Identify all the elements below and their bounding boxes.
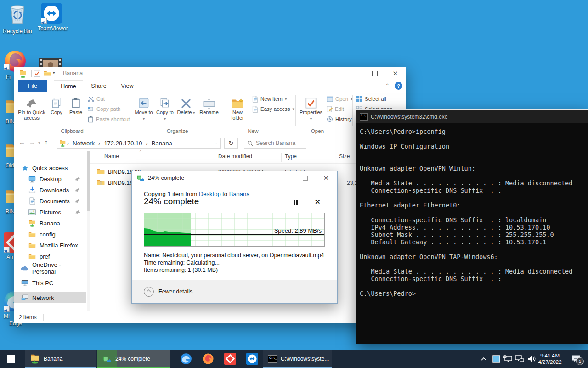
search-icon — [247, 140, 253, 146]
tab-view[interactable]: View — [115, 80, 139, 92]
tray-network-icon[interactable] — [514, 350, 526, 368]
name-line: Name: Nextcloud, your personal cloud ser… — [144, 252, 324, 259]
hidden-icons-chevron[interactable] — [479, 350, 489, 368]
help-icon[interactable]: ? — [395, 82, 402, 90]
open-button[interactable]: Open — [327, 94, 353, 104]
documents-icon — [28, 197, 36, 205]
tab-file[interactable]: File — [18, 80, 47, 92]
edit-button[interactable]: Edit — [327, 104, 344, 114]
maximize-button[interactable] — [364, 67, 385, 80]
new-folder-button[interactable]: New folder — [226, 94, 249, 121]
scrollbar-thumb[interactable] — [87, 151, 90, 211]
sidebar-item-pref[interactable]: pref — [14, 251, 86, 262]
sidebar-item-mozilla-firefox[interactable]: Mozilla Firefox — [14, 240, 86, 251]
destination-link[interactable]: Banana — [229, 190, 250, 197]
paste-shortcut-button[interactable]: Paste shortcut — [88, 115, 130, 124]
refresh-button[interactable]: ↻ — [224, 138, 238, 149]
sidebar-item-documents[interactable]: Documents — [14, 196, 86, 207]
sidebar-item-config[interactable]: config — [14, 229, 86, 240]
pin-to-quick-access-button[interactable]: Pin to Quick access — [17, 94, 46, 121]
taskbar-button-anydesk[interactable] — [219, 350, 241, 368]
search-box[interactable]: Search Banana — [244, 138, 306, 149]
column-name[interactable]: Name — [104, 153, 119, 160]
new-item-button[interactable]: New item — [252, 94, 287, 104]
copy-path-button[interactable]: Copy path — [88, 104, 120, 114]
breadcrumb-banana[interactable]: Banana — [149, 140, 175, 147]
tray-volume-icon[interactable] — [526, 350, 537, 368]
desktop-icon-recycle-bin[interactable]: Recycle Bin — [3, 3, 32, 34]
sidebar-item-downloads[interactable]: Downloads — [14, 184, 86, 196]
delete-button[interactable]: Delete — [176, 94, 196, 115]
taskbar-button-teamviewer[interactable] — [241, 350, 263, 368]
address-dropdown-icon[interactable]: ⌄ — [214, 141, 218, 145]
sidebar-item-quick-access[interactable]: Quick access — [14, 162, 86, 173]
sidebar-scrollbar[interactable] — [87, 151, 90, 311]
ribbon-collapse-icon[interactable]: ⌃ — [385, 83, 389, 88]
address-breadcrumb[interactable]: › Network › 172.29.170.10 › Banana ⌄ — [57, 138, 221, 149]
column-type[interactable]: Type — [285, 153, 297, 160]
minimize-button[interactable] — [344, 67, 364, 80]
tab-share[interactable]: Share — [86, 80, 112, 92]
cmd-icon — [360, 113, 368, 121]
taskbar-button-banana[interactable]: Banana — [25, 350, 96, 368]
tray-clock[interactable]: 9:41 AM 4/27/2022 — [537, 350, 563, 368]
action-center-button[interactable]: 1 — [568, 350, 584, 368]
fewer-details-label[interactable]: Fewer details — [158, 288, 192, 295]
cmd-icon: C:\_ — [268, 355, 277, 363]
desktop-icon-teamviewer[interactable]: TeamViewer — [38, 3, 65, 32]
cut-button[interactable]: Cut — [88, 94, 105, 104]
column-separator[interactable] — [336, 153, 336, 162]
sidebar-item-desktop[interactable]: Desktop — [14, 173, 86, 184]
fewer-details-chevron-icon[interactable] — [144, 287, 154, 297]
up-icon[interactable]: ↑ — [45, 138, 48, 146]
quick-access-star-icon — [21, 165, 29, 172]
dialog-title: 24% complete — [148, 175, 184, 181]
cmd-console[interactable]: C:\Users\Pedro>ipconfig Windows IP Confi… — [356, 123, 588, 344]
taskbar-button-firefox[interactable] — [197, 350, 219, 368]
taskbar-button-cmd[interactable]: C:\_ C:\Windows\syste... — [263, 350, 332, 368]
select-all-button[interactable]: Select all — [356, 94, 386, 104]
paste-button[interactable]: Paste — [67, 94, 85, 115]
taskbar-button-copy-progress[interactable]: 24% complete — [97, 350, 170, 368]
close-button[interactable]: ✕ — [316, 171, 336, 185]
sidebar-item-pictures[interactable]: Pictures — [14, 207, 86, 218]
breadcrumb-network[interactable]: Network — [70, 140, 97, 147]
copy-to-button[interactable]: Copy to — [155, 94, 175, 121]
sidebar-item-banana[interactable]: Banana — [14, 218, 86, 229]
close-button[interactable]: ✕ — [385, 67, 406, 80]
maximize-button[interactable] — [295, 171, 316, 185]
breadcrumb-ip[interactable]: 172.29.170.10 — [101, 140, 145, 147]
sidebar-item-onedrive[interactable]: OneDrive - Personal — [14, 263, 86, 274]
move-to-button[interactable]: Move to — [134, 94, 154, 121]
history-button[interactable]: History — [327, 115, 352, 124]
recent-locations-icon[interactable]: ▾ — [38, 140, 40, 145]
pause-button[interactable] — [294, 200, 298, 205]
qat-properties-icon[interactable] — [34, 70, 40, 79]
easy-access-button[interactable]: Easy access — [252, 104, 294, 114]
cancel-button[interactable]: ✕ — [315, 198, 321, 206]
taskbar-button-edge[interactable] — [175, 350, 197, 368]
rename-button[interactable]: Rename — [197, 94, 221, 115]
qat-separator — [31, 70, 32, 77]
tray-monitor-lock-icon[interactable] — [502, 350, 514, 368]
source-link[interactable]: Desktop — [199, 190, 221, 197]
sidebar-item-network[interactable]: Network — [14, 292, 86, 303]
network-folder-icon — [28, 219, 36, 227]
back-icon[interactable]: ← — [19, 138, 25, 146]
tab-home[interactable]: Home — [54, 80, 83, 92]
forward-icon[interactable]: → — [29, 138, 35, 146]
easy-access-icon — [252, 106, 258, 113]
sidebar-item-this-pc[interactable]: This PC — [14, 277, 86, 288]
tray-app-window-icon[interactable] — [491, 350, 502, 368]
column-size[interactable]: Size — [339, 153, 350, 160]
column-separator[interactable] — [281, 153, 282, 162]
properties-button[interactable]: Properties — [298, 94, 324, 121]
column-separator[interactable] — [215, 153, 215, 162]
qat-new-folder-icon[interactable] — [44, 70, 51, 78]
start-button[interactable] — [0, 350, 22, 368]
copy-button[interactable]: Copy — [47, 94, 66, 115]
breadcrumb-chevron: › — [66, 140, 70, 147]
column-date-modified[interactable]: Date modified — [218, 153, 252, 160]
minimize-button[interactable] — [274, 171, 295, 185]
qat-customize-icon[interactable]: ▾ — [53, 70, 55, 75]
